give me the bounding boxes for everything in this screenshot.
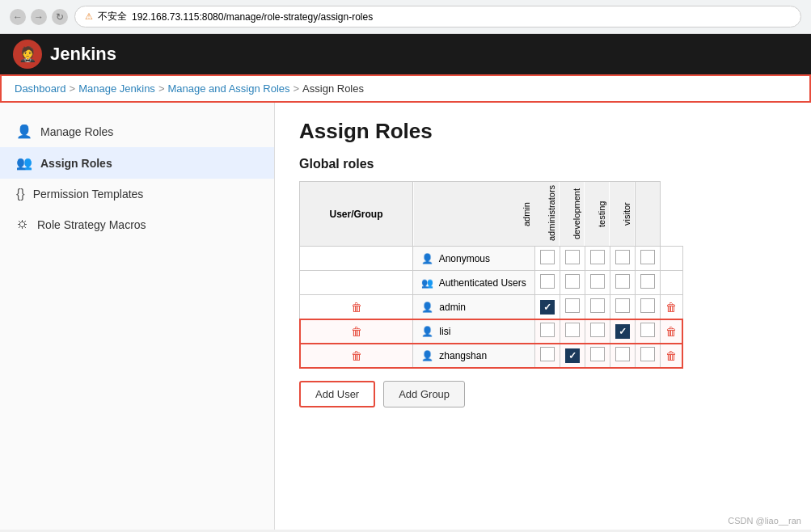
watermark: CSDN @liao__ran — [728, 516, 801, 526]
checkbox-checked[interactable] — [615, 324, 630, 339]
checkbox-unchecked[interactable] — [590, 347, 605, 361]
jenkins-logo: 🤵 — [13, 40, 42, 69]
checkbox-unchecked[interactable] — [565, 250, 580, 264]
global-roles-table: User/Group admin administrators developm… — [299, 181, 683, 368]
main-layout: 👤 Manage Roles 👥 Assign Roles {} Permiss… — [0, 103, 811, 530]
checkbox-cell[interactable] — [635, 344, 660, 368]
checkbox-cell[interactable] — [560, 344, 585, 368]
sidebar-item-role-strategy-macros[interactable]: ⛭ Role Strategy Macros — [0, 209, 274, 240]
sidebar-item-permission-templates[interactable]: {} Permission Templates — [0, 179, 274, 209]
breadcrumb-dashboard[interactable]: Dashboard — [15, 82, 66, 95]
checkbox-unchecked[interactable] — [615, 298, 630, 313]
checkbox-cell[interactable] — [610, 344, 635, 368]
sidebar-item-manage-roles[interactable]: 👤 Manage Roles — [0, 116, 274, 147]
address-bar[interactable]: ⚠ 不安全 192.168.73.115:8080/manage/role-st… — [74, 6, 801, 27]
checkbox-unchecked[interactable] — [590, 250, 605, 264]
checkbox-cell[interactable] — [560, 295, 585, 319]
delete-row-button-right[interactable]: 🗑 — [665, 349, 677, 362]
checkbox-cell[interactable] — [534, 247, 560, 271]
table-row: 👤 Anonymous — [300, 247, 683, 271]
breadcrumb-assign-roles: Assign Roles — [302, 82, 364, 95]
add-group-button[interactable]: Add Group — [383, 381, 465, 407]
checkbox-checked[interactable] — [565, 348, 580, 363]
user-cell: 👤 admin — [413, 295, 535, 319]
breadcrumb: Dashboard > Manage Jenkins > Manage and … — [0, 74, 811, 103]
table-row: 🗑👤 lisi🗑 — [300, 319, 683, 344]
checkbox-cell[interactable] — [534, 295, 560, 319]
checkbox-cell[interactable] — [585, 247, 610, 271]
sidebar: 👤 Manage Roles 👥 Assign Roles {} Permiss… — [0, 103, 275, 530]
checkbox-cell[interactable] — [610, 247, 635, 271]
checkbox-cell[interactable] — [585, 295, 610, 319]
checkbox-unchecked[interactable] — [640, 250, 655, 264]
checkbox-unchecked[interactable] — [640, 323, 655, 337]
checkbox-cell[interactable] — [585, 271, 610, 295]
sidebar-label-role-strategy-macros: Role Strategy Macros — [37, 218, 146, 231]
empty-action-cell — [660, 271, 682, 295]
checkbox-unchecked[interactable] — [640, 347, 655, 361]
checkbox-cell[interactable] — [560, 319, 585, 344]
col-header-administrators: administrators — [534, 182, 560, 247]
permission-templates-icon: {} — [16, 187, 25, 201]
user-cell: 👤 zhangshan — [413, 344, 535, 368]
delete-row-button[interactable]: 🗑 — [351, 301, 362, 314]
breadcrumb-manage-assign-roles[interactable]: Manage and Assign Roles — [167, 82, 289, 95]
col-header-visitor: visitor — [610, 182, 635, 247]
checkbox-unchecked[interactable] — [565, 298, 580, 313]
back-button[interactable]: ← — [10, 9, 26, 25]
delete-row-button[interactable]: 🗑 — [351, 349, 362, 362]
checkbox-cell[interactable] — [610, 295, 635, 319]
checkbox-cell[interactable] — [635, 247, 660, 271]
checkbox-cell[interactable] — [534, 344, 560, 368]
checkbox-cell[interactable] — [534, 319, 560, 344]
checkbox-unchecked[interactable] — [590, 274, 605, 289]
checkbox-cell[interactable] — [610, 271, 635, 295]
col-header-testing: testing — [585, 182, 610, 247]
person-icon: 👤 — [421, 350, 433, 361]
delete-row-button-right[interactable]: 🗑 — [665, 301, 677, 314]
checkbox-unchecked[interactable] — [540, 250, 555, 264]
checkbox-unchecked[interactable] — [640, 298, 655, 313]
action-buttons: Add User Add Group — [299, 381, 787, 407]
person-icon: 👤 — [421, 326, 433, 337]
person-icon: 👤 — [421, 253, 433, 264]
forward-button[interactable]: → — [31, 9, 47, 25]
checkbox-cell[interactable] — [635, 271, 660, 295]
checkbox-cell[interactable] — [610, 319, 635, 344]
delete-row-button[interactable]: 🗑 — [351, 325, 362, 338]
checkbox-cell[interactable] — [635, 295, 660, 319]
sidebar-item-assign-roles[interactable]: 👥 Assign Roles — [0, 147, 274, 179]
browser-bar: ← → ↻ ⚠ 不安全 192.168.73.115:8080/manage/r… — [0, 0, 811, 34]
checkbox-cell[interactable] — [560, 247, 585, 271]
url-text: 192.168.73.115:8080/manage/role-strategy… — [132, 11, 373, 23]
checkbox-unchecked[interactable] — [615, 274, 630, 289]
reload-button[interactable]: ↻ — [52, 9, 68, 25]
checkbox-cell[interactable] — [585, 344, 610, 368]
checkbox-unchecked[interactable] — [615, 250, 630, 264]
section-title: Global roles — [299, 157, 787, 171]
checkbox-unchecked[interactable] — [540, 323, 555, 337]
checkbox-checked[interactable] — [540, 300, 555, 315]
checkbox-unchecked[interactable] — [540, 347, 555, 361]
checkbox-cell[interactable] — [585, 319, 610, 344]
delete-row-button-right[interactable]: 🗑 — [665, 325, 677, 338]
breadcrumb-sep-2: > — [158, 82, 165, 95]
checkbox-unchecked[interactable] — [540, 274, 555, 289]
user-cell: 👤 Anonymous — [413, 247, 535, 271]
checkbox-unchecked[interactable] — [590, 323, 605, 337]
checkbox-unchecked[interactable] — [565, 323, 580, 337]
jenkins-header: 🤵 Jenkins — [0, 34, 811, 74]
checkbox-unchecked[interactable] — [640, 274, 655, 289]
checkbox-unchecked[interactable] — [565, 274, 580, 289]
checkbox-unchecked[interactable] — [590, 298, 605, 313]
col-header-actions — [635, 182, 660, 247]
breadcrumb-manage-jenkins[interactable]: Manage Jenkins — [78, 82, 155, 95]
checkbox-unchecked[interactable] — [615, 347, 630, 361]
sidebar-label-assign-roles: Assign Roles — [40, 157, 112, 170]
sidebar-label-manage-roles: Manage Roles — [40, 125, 113, 138]
checkbox-cell[interactable] — [534, 271, 560, 295]
sidebar-label-permission-templates: Permission Templates — [33, 188, 144, 201]
add-user-button[interactable]: Add User — [299, 381, 375, 407]
checkbox-cell[interactable] — [560, 271, 585, 295]
checkbox-cell[interactable] — [635, 319, 660, 344]
